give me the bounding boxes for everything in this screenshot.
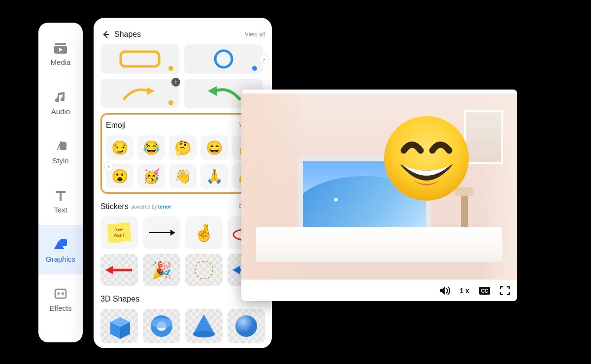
- sidebar-item-text[interactable]: Text: [38, 176, 83, 225]
- video-controls: 1 x CC: [241, 279, 517, 301]
- sidebar-item-label: Effects: [49, 304, 72, 312]
- carousel-next-icon[interactable]: ›: [259, 54, 269, 64]
- emoji-partying-face[interactable]: 🥳: [137, 164, 165, 188]
- svg-marker-10: [61, 292, 64, 296]
- sticker-party-popper[interactable]: 🎉: [143, 254, 180, 286]
- emoji-title: Emoji: [106, 121, 126, 130]
- svg-rect-12: [121, 52, 159, 66]
- style-icon: [53, 139, 68, 153]
- svg-rect-3: [60, 142, 66, 150]
- svg-rect-0: [55, 43, 66, 45]
- svg-marker-29: [232, 266, 240, 274]
- sticker-arrow-right-thin[interactable]: [143, 216, 180, 249]
- color-dot-icon: [168, 66, 173, 71]
- emoji-section: Emoji View all 😏 😂 🤔 😄 👍 😮 🥳 👋 🙏 💰 ‹: [100, 113, 265, 194]
- emoji-glyph: 😄: [206, 140, 223, 156]
- svg-rect-8: [55, 289, 66, 298]
- shape3d-sphere[interactable]: [228, 309, 265, 343]
- sticker-dashed-circle[interactable]: [185, 254, 223, 286]
- stickers-title: Stickers: [100, 202, 129, 211]
- emoji-thinking-face[interactable]: 🤔: [169, 135, 197, 160]
- svg-point-27: [195, 261, 213, 279]
- shapes-title: Shapes: [114, 30, 141, 39]
- sticker-new-post-note[interactable]: NewPost!!: [100, 216, 138, 249]
- closed-captions-button[interactable]: CC: [479, 285, 491, 296]
- decor-desk: [256, 227, 502, 262]
- shapes3d-title: 3D Shapes: [100, 295, 139, 303]
- stickers-header: Stickers powered bytenor Search: [100, 200, 265, 213]
- svg-point-35: [151, 318, 172, 328]
- sidebar-item-label: Media: [51, 58, 71, 66]
- svg-rect-7: [60, 239, 67, 246]
- back-arrow-icon[interactable]: [100, 29, 111, 40]
- svg-point-37: [193, 331, 215, 337]
- playback-speed[interactable]: 1 x: [459, 285, 470, 296]
- video-canvas[interactable]: [241, 93, 517, 279]
- sidebar-item-label: Audio: [51, 107, 70, 116]
- video-preview: 1 x CC: [241, 90, 517, 301]
- emoji-grinning-face[interactable]: 😄: [200, 135, 228, 160]
- emoji-glyph: 👋: [174, 168, 192, 184]
- emoji-glyph: 😮: [111, 168, 129, 184]
- sidebar-item-graphics[interactable]: Graphics: [38, 225, 83, 274]
- shape3d-cone[interactable]: [185, 309, 223, 343]
- emoji-glyph: 😂: [143, 140, 160, 156]
- emoji-laughing-tears[interactable]: 😂: [137, 135, 165, 160]
- emoji-waving-hand[interactable]: 👋: [169, 164, 197, 188]
- shapes3d-header: 3D Shapes View all: [100, 292, 265, 306]
- fullscreen-button[interactable]: [499, 285, 510, 296]
- svg-marker-9: [58, 292, 60, 296]
- emoji-glyph: 🤔: [174, 140, 192, 156]
- sidebar-item-label: Graphics: [46, 255, 75, 263]
- svg-text:Post!!: Post!!: [113, 233, 124, 238]
- emoji-smirking-face[interactable]: 😏: [106, 135, 133, 160]
- emoji-folded-hands[interactable]: 🙏: [200, 164, 228, 188]
- shape-rounded-rectangle[interactable]: [100, 44, 179, 74]
- svg-marker-15: [208, 86, 217, 96]
- emoji-glyph: 😏: [111, 140, 129, 156]
- shapes-view-all[interactable]: View all: [245, 31, 265, 38]
- svg-marker-47: [440, 287, 445, 295]
- volume-button[interactable]: [439, 285, 450, 296]
- svg-text:CC: CC: [481, 288, 488, 294]
- svg-rect-5: [60, 191, 62, 201]
- svg-text:New: New: [115, 227, 123, 232]
- left-sidebar: Media Audio Style Text Graphics: [38, 23, 83, 342]
- shape3d-torus[interactable]: [143, 309, 180, 343]
- sidebar-item-label: Text: [54, 206, 67, 214]
- svg-marker-14: [147, 87, 155, 95]
- svg-point-50: [384, 116, 469, 201]
- color-dot-icon: [168, 100, 173, 105]
- media-icon: [53, 40, 68, 55]
- shape-circle-outline[interactable]: [184, 44, 263, 74]
- shape3d-cube[interactable]: [100, 309, 138, 343]
- plus-badge-icon: +: [171, 78, 180, 87]
- sidebar-item-style[interactable]: Style: [38, 127, 83, 176]
- svg-marker-22: [170, 230, 175, 236]
- audio-icon: [53, 90, 68, 104]
- text-icon: [53, 188, 68, 203]
- sidebar-item-media[interactable]: Media: [38, 29, 83, 78]
- emoji-glyph: 🙏: [206, 168, 223, 184]
- shape-curved-arrow-right[interactable]: +: [100, 79, 179, 108]
- svg-point-13: [215, 51, 232, 67]
- svg-point-38: [235, 315, 257, 337]
- stickers-powered-by: powered bytenor: [131, 204, 171, 210]
- sidebar-item-effects[interactable]: Effects: [38, 274, 83, 324]
- sticker-crossed-fingers[interactable]: 🤞: [185, 216, 223, 249]
- emoji-glyph: 🥳: [143, 168, 160, 184]
- sidebar-item-audio[interactable]: Audio: [38, 78, 83, 127]
- overlay-grinning-emoji[interactable]: [382, 114, 471, 203]
- sticker-red-arrow-left[interactable]: [100, 254, 138, 286]
- svg-marker-26: [105, 266, 113, 274]
- effects-icon: [53, 286, 68, 301]
- carousel-prev-icon[interactable]: ‹: [104, 161, 114, 171]
- graphics-icon: [53, 237, 68, 252]
- sidebar-item-label: Style: [52, 156, 68, 165]
- shapes-header: Shapes View all: [100, 28, 265, 41]
- color-dot-icon: [252, 66, 257, 71]
